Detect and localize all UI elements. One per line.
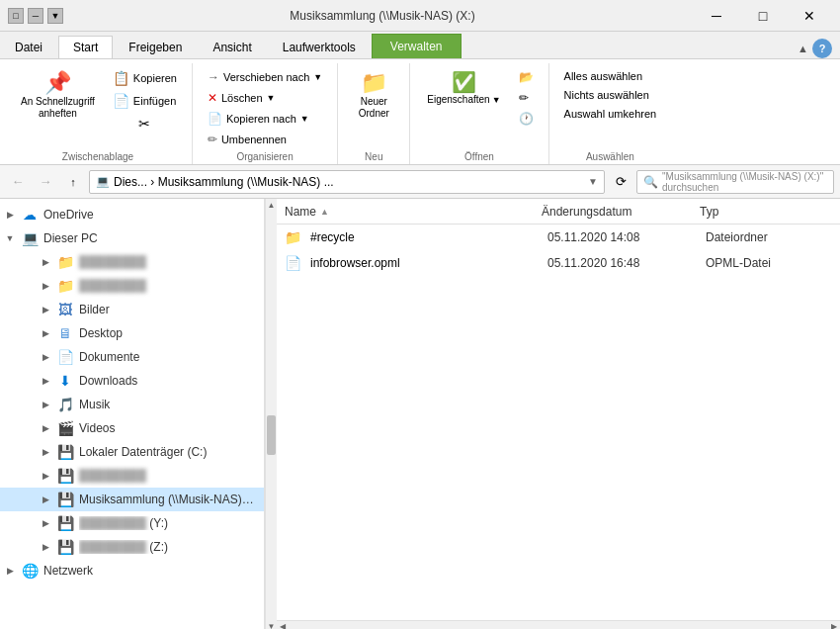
refresh-button[interactable]: ⟳ (609, 170, 632, 194)
forward-button[interactable]: → (34, 170, 57, 194)
neu-label: Neu (365, 151, 382, 162)
sidebar-item-blurred2[interactable]: ▶ 📁 ████████ (0, 274, 264, 298)
sidebar-item-videos[interactable]: ▶ 🎬 Videos (0, 416, 264, 440)
sidebar-item-musiksammlung[interactable]: ▶ 💾 Musiksammlung (\\Musik-NAS) (X:) (0, 488, 264, 511)
up-button[interactable]: ↑ (61, 170, 85, 194)
tab-ansicht[interactable]: Ansicht (198, 36, 266, 58)
move-to-button[interactable]: → Verschieben nach ▼ (201, 67, 329, 87)
expand-blurred5-icon: ▶ (36, 542, 55, 552)
oeffnen-label: Öffnen (464, 151, 494, 162)
infobrowser-type: OPML-Datei (706, 256, 832, 270)
sidebar-scroll-up-button[interactable]: ▲ (266, 199, 278, 211)
ribbon-group-oeffnen: ✅ Eigenschaften ▼ 📂 ✏ 🕐 Öffnen (410, 63, 548, 164)
copy-label: Kopieren (133, 72, 177, 84)
edit-icon: ✏ (519, 91, 529, 105)
delete-dropdown-icon: ▼ (267, 93, 276, 103)
recycle-folder-icon: 📁 (285, 229, 304, 245)
maximize-button[interactable]: □ (740, 0, 786, 32)
sidebar-item-blurred1[interactable]: ▶ 📁 ████████ (0, 250, 264, 274)
scroll-right-button[interactable]: ▶ (828, 621, 840, 630)
open-icon: 📂 (519, 70, 534, 84)
open-button[interactable]: 📂 (512, 67, 541, 87)
window-icon: □ (8, 8, 24, 24)
sidebar-container: ▶ ☁ OneDrive ▼ 💻 Dieser PC ▶ 📁 ████████ … (0, 199, 277, 629)
history-icon: 🕐 (519, 112, 534, 126)
blurred4-icon: 💾 (55, 515, 75, 531)
new-folder-button[interactable]: 📁 NeuerOrdner (346, 67, 401, 125)
sidebar-item-bilder[interactable]: ▶ 🖼 Bilder (0, 298, 264, 321)
col-name-sort-icon: ▲ (320, 207, 329, 217)
ribbon-group-neu-content: 📁 NeuerOrdner (346, 67, 401, 149)
tab-verwalten[interactable]: Verwalten (372, 34, 462, 58)
ribbon-group-organisieren: → Verschieben nach ▼ ✕ Löschen ▼ 📄 Kopie… (193, 63, 338, 164)
copy-icon: 📋 (113, 70, 129, 86)
scroll-left-button[interactable]: ◀ (277, 621, 289, 630)
ribbon-group-auswaehlen-content: Alles auswählen Nichts auswählen Auswahl… (557, 67, 664, 149)
sidebar-item-downloads[interactable]: ▶ ⬇ Downloads (0, 369, 264, 393)
invert-selection-button[interactable]: Auswahl umkehren (557, 105, 664, 123)
blurred5-icon: 💾 (55, 539, 75, 555)
tab-start[interactable]: Start (58, 36, 113, 58)
sidebar-scroll-down-button[interactable]: ▼ (266, 620, 278, 629)
cut-button[interactable]: ✂ (106, 113, 184, 135)
paste-button[interactable]: 📄 Einfügen (106, 90, 184, 112)
tab-datei[interactable]: Datei (0, 36, 57, 58)
window-controls: ─ □ ✕ (694, 0, 832, 32)
musiksammlung-icon: 💾 (55, 492, 75, 507)
sidebar-scroll-thumb[interactable] (267, 415, 276, 455)
expand-blurred3-icon: ▶ (36, 471, 55, 481)
sidebar-item-blurred3[interactable]: ▶ 💾 ████████ (0, 464, 264, 488)
pc-icon: 💻 (20, 230, 40, 246)
sidebar-musik-label: Musik (79, 398, 256, 411)
address-dropdown-icon[interactable]: ▼ (588, 176, 598, 187)
copy-to-button[interactable]: 📄 Kopieren nach ▼ (201, 109, 329, 129)
clipboard-buttons: 📋 Kopieren 📄 Einfügen ✂ (106, 67, 184, 135)
copy-button[interactable]: 📋 Kopieren (106, 67, 184, 89)
select-all-button[interactable]: Alles auswählen (557, 67, 664, 85)
expand-dieser-pc-icon: ▼ (0, 233, 20, 243)
sidebar-item-desktop[interactable]: ▶ 🖥 Desktop (0, 321, 264, 345)
tab-freigeben[interactable]: Freigeben (114, 36, 197, 58)
search-box[interactable]: 🔍 "Musiksammlung (\\Musik-NAS) (X:)" dur… (636, 170, 834, 194)
col-name-header[interactable]: Name ▲ (285, 205, 542, 219)
address-path[interactable]: 💻 Dies... › Musiksammlung (\\Musik-NAS) … (89, 170, 605, 194)
close-button[interactable]: ✕ (787, 0, 832, 32)
sidebar-downloads-label: Downloads (79, 374, 256, 388)
search-icon: 🔍 (643, 175, 658, 189)
col-type-header[interactable]: Typ (700, 205, 832, 219)
recycle-type: Dateiordner (706, 230, 832, 244)
sidebar-item-netzwerk[interactable]: ▶ 🌐 Netzwerk (0, 559, 264, 583)
history-button[interactable]: 🕐 (512, 109, 541, 129)
expand-videos-icon: ▶ (36, 423, 55, 433)
sidebar-item-onedrive[interactable]: ▶ ☁ OneDrive (0, 203, 264, 226)
table-row[interactable]: 📁 #recycle 05.11.2020 14:08 Dateiordner (277, 225, 840, 250)
sidebar-item-lokaler-daten[interactable]: ▶ 💾 Lokaler Datenträger (C:) (0, 440, 264, 464)
ribbon-collapse-btn[interactable]: ▲ (798, 43, 808, 54)
sidebar-item-blurred5[interactable]: ▶ 💾 ████████ (Z:) (0, 535, 264, 559)
minimize-button[interactable]: ─ (694, 0, 739, 32)
table-row[interactable]: 📄 infobrowser.opml 05.11.2020 16:48 OPML… (277, 250, 840, 276)
sidebar-item-blurred4[interactable]: ▶ 💾 ████████ (Y:) (0, 511, 264, 535)
sidebar-blurred5-label: ████████ (Z:) (79, 540, 256, 554)
properties-button[interactable]: ✅ Eigenschaften ▼ (418, 67, 509, 111)
edit-button[interactable]: ✏ (512, 88, 541, 108)
sidebar-dieser-pc-label: Dieser PC (43, 231, 256, 245)
pin-to-quickaccess-button[interactable]: 📌 An Schnellzugriffanheften (12, 67, 104, 125)
tab-laufwerktools[interactable]: Laufwerktools (268, 36, 371, 58)
col-date-header[interactable]: Änderungsdatum (542, 205, 700, 219)
ribbon-group-zwischenablage-content: 📌 An Schnellzugriffanheften 📋 Kopieren 📄… (12, 67, 184, 149)
desktop-icon: 🖥 (55, 325, 75, 341)
back-button[interactable]: ← (6, 170, 30, 194)
sidebar-item-dokumente[interactable]: ▶ 📄 Dokumente (0, 345, 264, 369)
rename-button[interactable]: ✏ Umbenennen (201, 130, 329, 149)
lokaler-icon: 💾 (55, 444, 75, 460)
sidebar-item-musik[interactable]: ▶ 🎵 Musik (0, 393, 264, 416)
onedrive-icon: ☁ (20, 207, 40, 223)
delete-button[interactable]: ✕ Löschen ▼ (201, 88, 329, 108)
select-none-button[interactable]: Nichts auswählen (557, 86, 664, 104)
help-button[interactable]: ? (812, 39, 832, 58)
sidebar-blurred3-label: ████████ (79, 469, 256, 483)
col-name-label: Name (285, 205, 316, 219)
sidebar-item-dieser-pc[interactable]: ▼ 💻 Dieser PC (0, 226, 264, 250)
expand-downloads-icon: ▶ (36, 376, 55, 386)
